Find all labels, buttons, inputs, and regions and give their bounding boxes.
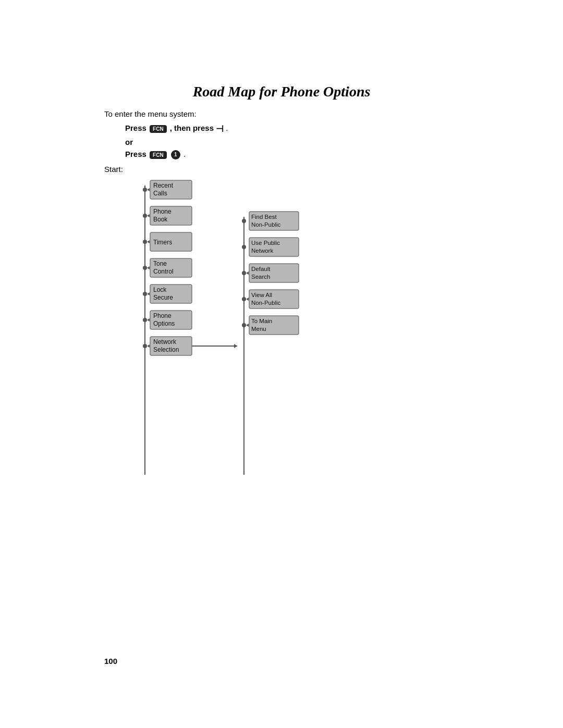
svg-marker-34 [246,298,249,301]
view-all-line1: View All [251,292,272,298]
network-selection-line1: Network [153,338,177,346]
svg-marker-18 [147,318,150,322]
intro-text: To enter the menu system: [104,109,459,118]
recent-calls-line2: Calls [153,190,167,197]
view-all-line2: Non-Public [251,300,280,306]
svg-marker-6 [147,214,150,217]
diagram-container: Recent Calls Phone Book Timers Tone Cont… [136,178,459,503]
press-label-2: Press [125,150,149,158]
network-selection-line2: Selection [153,346,179,353]
phone-options-line2: Options [153,320,175,327]
fcn-badge-2: FCN [150,151,167,159]
phone-book-line1: Phone [153,208,172,215]
then-press-label: , then press [170,124,216,132]
start-label: Start: [104,165,459,174]
svg-point-26 [242,219,246,223]
page-number: 100 [104,657,117,665]
press-line-1: Press FCN , then press ⊣ . [104,124,459,134]
svg-marker-3 [147,188,150,191]
recent-calls-line1: Recent [153,182,174,189]
find-best-line2: Non-Public [251,221,280,228]
svg-point-14 [143,292,147,296]
fcn-badge-1: FCN [150,125,167,133]
phone-book-line2: Book [153,216,168,223]
svg-marker-23 [234,344,237,348]
default-search-line2: Search [251,274,270,280]
to-main-line2: Menu [251,326,266,332]
svg-point-2 [143,188,147,192]
tone-control-line2: Control [153,268,174,275]
lock-secure-line2: Secure [153,294,173,301]
num-badge: 1 [171,150,180,159]
use-public-line1: Use Public [251,240,280,246]
phone-options-line1: Phone [153,312,172,319]
to-main-line1: To Main [251,318,272,324]
svg-point-17 [143,318,147,322]
svg-point-30 [242,271,246,275]
default-search-line1: Default [251,266,271,272]
svg-point-28 [242,245,246,249]
svg-marker-31 [246,272,249,275]
svg-marker-9 [147,240,150,243]
svg-point-8 [143,240,147,244]
or-line: or [104,138,459,146]
flow-diagram: Recent Calls Phone Book Timers Tone Cont… [136,178,396,501]
page: Road Map for Phone Options To enter the … [0,0,563,728]
timers-label: Timers [153,239,172,246]
nav-symbol: ⊣ [216,124,224,134]
period-1: . [226,124,228,132]
svg-point-20 [143,344,147,348]
tone-control-line1: Tone [153,260,167,267]
svg-point-36 [242,323,246,327]
svg-point-33 [242,297,246,301]
svg-marker-15 [147,292,150,295]
press-line-2: Press FCN 1 . [104,150,459,159]
svg-point-5 [143,214,147,218]
find-best-line1: Find Best [251,214,277,220]
svg-marker-37 [246,324,249,327]
lock-secure-line1: Lock [153,286,167,293]
page-title: Road Map for Phone Options [104,83,459,100]
svg-point-11 [143,266,147,270]
use-public-line2: Network [251,248,273,254]
svg-marker-12 [147,266,150,269]
period-2: . [183,150,186,158]
press-label-1: Press [125,124,149,132]
svg-marker-21 [147,344,150,348]
